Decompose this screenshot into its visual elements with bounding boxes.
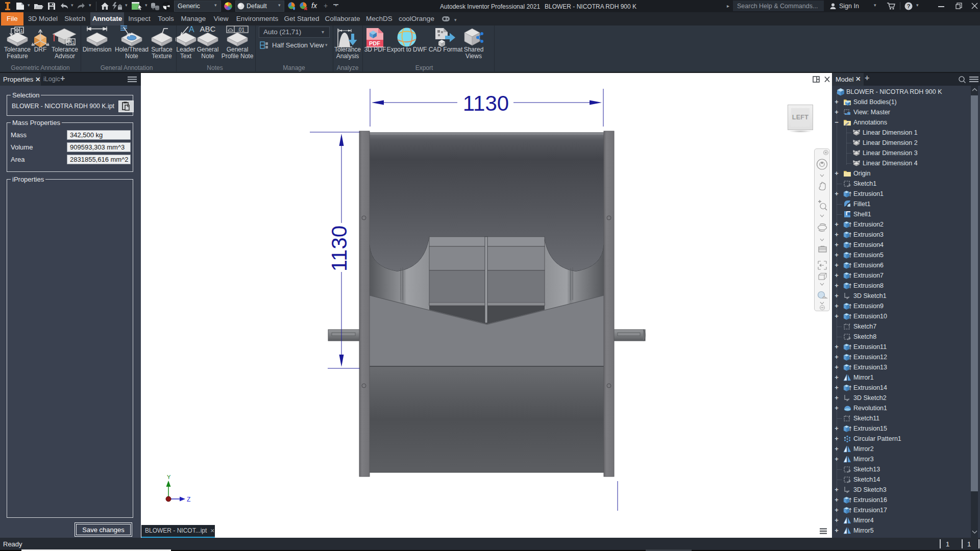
svg-text:1130: 1130 (463, 91, 509, 115)
svg-text:1: 1 (20, 28, 23, 33)
svg-text:Z: Z (187, 496, 190, 503)
svg-text:PDF: PDF (369, 40, 380, 46)
svg-text:1130: 1130 (327, 226, 351, 271)
svg-text:Y: Y (167, 474, 171, 480)
svg-text:.01: .01 (237, 27, 244, 33)
svg-text:1: 1 (72, 40, 75, 45)
svg-text:ABC: ABC (200, 26, 216, 33)
svg-text:?: ? (907, 3, 911, 9)
svg-text:A: A (189, 26, 194, 34)
